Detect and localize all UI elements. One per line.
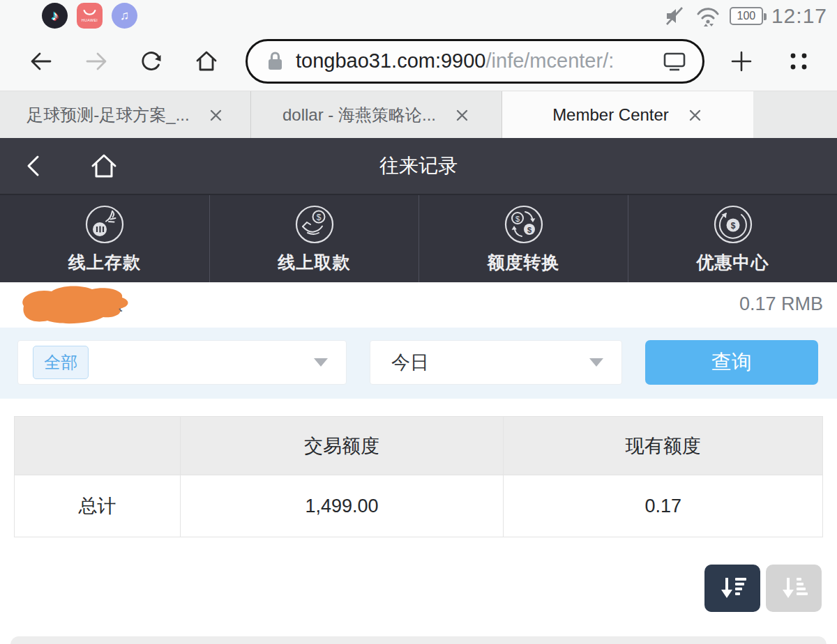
table-header-row: 交易额度 现有额度 bbox=[15, 417, 823, 475]
svg-text:$: $ bbox=[527, 226, 531, 234]
redaction-scribble bbox=[8, 282, 133, 327]
screen: ♪ HUAWEI ♫ bbox=[0, 0, 837, 644]
svg-text:$: $ bbox=[515, 215, 519, 223]
status-indicators: 100 12:17 bbox=[663, 4, 827, 28]
menu-item-transfer[interactable]: $ $ 额度转换 bbox=[418, 195, 628, 282]
music-app-icon: ♫ bbox=[112, 3, 137, 29]
header-transaction-amount: 交易额度 bbox=[180, 417, 504, 475]
sort-ascending-icon bbox=[778, 572, 810, 604]
tab-dollar-forum[interactable]: dollar - 海燕策略论... bbox=[251, 91, 502, 139]
battery-indicator: 100 bbox=[730, 7, 763, 25]
close-icon[interactable] bbox=[687, 107, 703, 123]
table-row-total: 总计 1,499.00 0.17 bbox=[15, 475, 823, 537]
query-button[interactable]: 查询 bbox=[645, 340, 818, 385]
url-bar[interactable]: tongbao31.com:9900/infe/mcenter/: bbox=[246, 39, 704, 84]
promo-icon: $ bbox=[712, 204, 754, 245]
browser-toolbar: tongbao31.com:9900/infe/mcenter/: bbox=[0, 31, 837, 91]
notification-app-icons: ♪ HUAWEI ♫ bbox=[42, 3, 137, 29]
transfer-icon: $ $ bbox=[503, 204, 545, 245]
withdraw-icon: $ bbox=[294, 204, 335, 245]
filter-bar: 全部 今日 查询 bbox=[0, 328, 837, 399]
mute-icon bbox=[663, 5, 686, 27]
svg-text:HUAWEI: HUAWEI bbox=[82, 17, 98, 22]
status-bar: ♪ HUAWEI ♫ bbox=[0, 0, 837, 31]
header-empty bbox=[15, 417, 181, 475]
chevron-down-icon bbox=[314, 358, 328, 367]
url-text: tongbao31.com:9900/infe/mcenter/: bbox=[296, 49, 662, 72]
tab-member-center[interactable]: Member Center bbox=[502, 91, 753, 139]
lock-icon bbox=[266, 49, 285, 72]
clock: 12:17 bbox=[771, 4, 827, 28]
tab-switcher-icon[interactable] bbox=[785, 48, 812, 75]
date-filter-dropdown[interactable]: 今日 bbox=[370, 340, 622, 385]
deposit-icon bbox=[84, 204, 126, 245]
reload-icon[interactable] bbox=[137, 47, 165, 75]
total-transaction-value: 1,499.00 bbox=[180, 475, 504, 537]
summary-table: 交易额度 现有额度 总计 1,499.00 0.17 bbox=[14, 416, 823, 537]
close-icon[interactable] bbox=[208, 107, 224, 123]
quick-menu: 线上存款 $ 线上取款 bbox=[0, 194, 837, 282]
close-icon[interactable] bbox=[454, 107, 470, 123]
next-card-top bbox=[10, 636, 827, 644]
sort-descending-icon bbox=[716, 572, 748, 604]
page-header: 往来记录 bbox=[0, 138, 837, 194]
total-current-value: 0.17 bbox=[504, 475, 823, 537]
desktop-mode-icon[interactable] bbox=[662, 50, 687, 72]
menu-item-promotions[interactable]: $ 优惠中心 bbox=[628, 195, 837, 282]
page-title: 往来记录 bbox=[0, 153, 837, 179]
forward-icon[interactable] bbox=[82, 47, 110, 75]
home-icon[interactable] bbox=[193, 47, 220, 75]
menu-item-withdraw[interactable]: $ 线上取款 bbox=[209, 195, 418, 282]
sort-descending-button[interactable] bbox=[704, 565, 760, 612]
wifi-icon bbox=[695, 5, 721, 27]
type-filter-dropdown[interactable]: 全部 bbox=[17, 340, 347, 385]
new-tab-icon[interactable] bbox=[728, 48, 755, 75]
total-label: 总计 bbox=[15, 475, 181, 537]
menu-item-deposit[interactable]: 线上存款 bbox=[0, 195, 209, 282]
huawei-appgallery-icon: HUAWEI bbox=[77, 3, 103, 29]
account-row: a 0.17 RMB bbox=[0, 282, 837, 328]
date-filter-value: 今日 bbox=[391, 350, 429, 375]
sort-ascending-button[interactable] bbox=[766, 565, 822, 612]
url-path: /infe/mcenter/: bbox=[486, 49, 614, 72]
chevron-down-icon bbox=[589, 358, 603, 367]
tab-bar: 足球预测-足球方案_... dollar - 海燕策略论... Member C… bbox=[0, 91, 837, 138]
svg-text:$: $ bbox=[730, 221, 735, 231]
account-balance: 0.17 RMB bbox=[739, 293, 823, 315]
svg-text:$: $ bbox=[316, 213, 321, 222]
type-filter-chip: 全部 bbox=[33, 346, 89, 379]
tiktok-icon: ♪ bbox=[42, 3, 68, 29]
tab-football[interactable]: 足球预测-足球方案_... bbox=[0, 91, 251, 139]
header-current-amount: 现有额度 bbox=[504, 417, 823, 475]
back-icon[interactable] bbox=[27, 47, 55, 75]
url-host: tongbao31.com:9900 bbox=[296, 49, 486, 72]
